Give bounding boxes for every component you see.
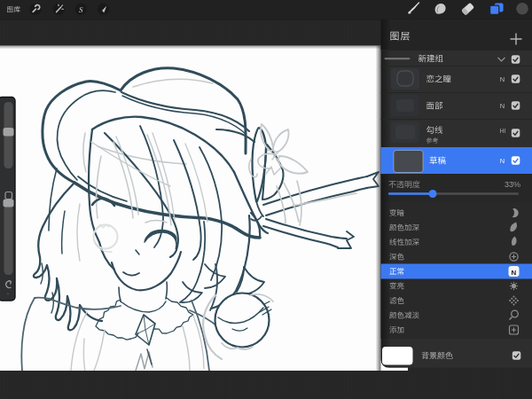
svg-text:N: N [500,102,505,110]
svg-text:N: N [500,75,505,83]
svg-text:N: N [512,269,517,277]
svg-text:N: N [500,157,505,165]
svg-text:33%: 33% [505,180,520,189]
svg-text:HI: HI [500,128,506,134]
svg-text:S: S [79,5,83,14]
